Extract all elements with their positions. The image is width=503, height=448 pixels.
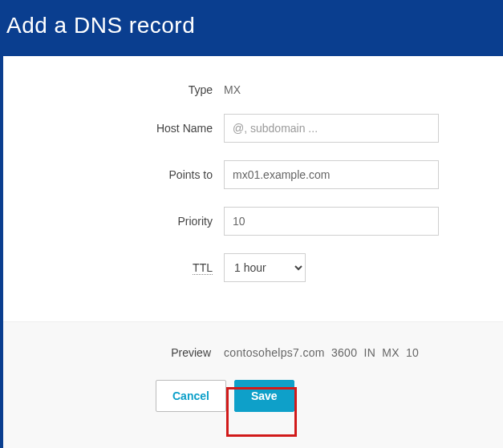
ttl-select[interactable]: 1 hour — [224, 253, 306, 282]
row-pointsto: Points to — [3, 160, 503, 189]
pointsto-input[interactable] — [224, 160, 439, 189]
cancel-button[interactable]: Cancel — [156, 380, 226, 412]
save-button[interactable]: Save — [234, 380, 294, 412]
button-row: Cancel Save — [3, 380, 503, 412]
priority-input[interactable] — [224, 207, 439, 236]
label-hostname: Host Name — [3, 122, 224, 135]
form-content: Type MX Host Name Points to Priority TTL… — [0, 56, 503, 448]
hostname-input[interactable] — [224, 114, 439, 143]
footer: Preview contosohelps7.com 3600 IN MX 10 … — [3, 321, 503, 448]
label-ttl: TTL — [3, 261, 224, 274]
dialog-title: Add a DNS record — [6, 13, 195, 38]
label-priority: Priority — [3, 215, 224, 228]
label-type: Type — [3, 83, 224, 96]
row-priority: Priority — [3, 207, 503, 236]
preview-text: contosohelps7.com 3600 IN MX 10 — [224, 346, 419, 359]
label-pointsto: Points to — [3, 168, 224, 181]
dialog-header: Add a DNS record — [0, 0, 503, 56]
preview-label: Preview — [3, 346, 224, 359]
row-type: Type MX — [3, 83, 503, 96]
row-ttl: TTL 1 hour — [3, 253, 503, 282]
row-hostname: Host Name — [3, 114, 503, 143]
value-type: MX — [224, 83, 503, 96]
preview-row: Preview contosohelps7.com 3600 IN MX 10 — [3, 346, 503, 359]
